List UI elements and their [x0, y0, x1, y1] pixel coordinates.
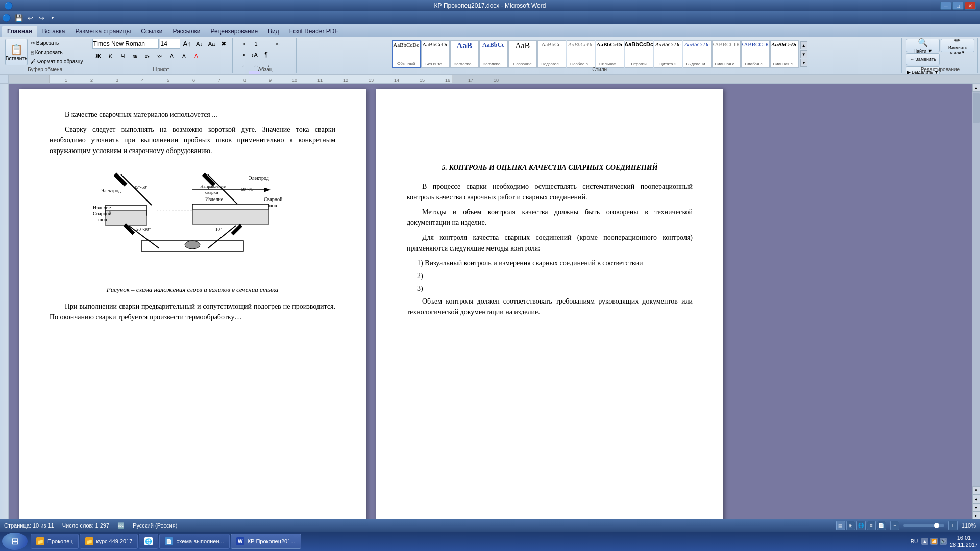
style-strong[interactable]: AaBbCcDс Сильное ...	[596, 40, 624, 68]
print-layout-button[interactable]: ▤	[836, 521, 845, 530]
format-painter-button[interactable]: 🖌 Формат по образцу	[29, 57, 85, 66]
change-case-button[interactable]: Аа	[206, 39, 217, 49]
tab-mailings[interactable]: Рассылки	[168, 26, 206, 37]
zoom-level: 110%	[962, 522, 976, 529]
style-subtle-ref[interactable]: AaBbCcDс Сильная с...	[712, 40, 741, 68]
style-title[interactable]: АаВ Название	[508, 40, 537, 68]
maximize-button[interactable]: □	[952, 2, 964, 10]
bullets-button[interactable]: ≡•	[237, 39, 248, 49]
web-layout-button[interactable]: 🌐	[856, 521, 866, 530]
quick-access-dropdown[interactable]: ▼	[47, 13, 58, 23]
show-formatting-button[interactable]: ¶	[260, 49, 272, 60]
tab-references[interactable]: Ссылки	[136, 26, 167, 37]
tab-review[interactable]: Рецензирование	[205, 26, 263, 37]
taskbar-item-prokopets[interactable]: 📁 Прокопец	[31, 534, 79, 549]
close-button[interactable]: ✕	[965, 2, 976, 10]
font-color-button[interactable]: А	[190, 51, 202, 61]
taskbar-label-kurs: курс 449 2017	[96, 538, 133, 544]
copy-button[interactable]: ⎘ Копировать	[29, 48, 85, 57]
system-clock[interactable]: 16:01 28.11.2017	[950, 534, 978, 549]
right-pages-column: 5. КОНТРОЛЬ И ОЦЕНКА КАЧЕСТВА СВАРНЫХ СО…	[376, 89, 723, 519]
tab-home[interactable]: Главная	[2, 26, 37, 37]
tray-icon-lang[interactable]: RU	[909, 538, 919, 545]
sort-button[interactable]: ↕A	[249, 49, 260, 60]
start-button[interactable]: ⊞	[2, 533, 28, 550]
text-effects-button[interactable]: A	[166, 51, 177, 61]
clear-format-button[interactable]: ✖	[218, 39, 229, 49]
decrease-indent-button[interactable]: ⇤	[272, 39, 283, 49]
style-subtitle[interactable]: AaBbCc. Подзагол...	[537, 40, 566, 68]
svg-rect-2	[453, 75, 980, 84]
tray-icon-sound[interactable]: 🔊	[940, 538, 947, 545]
select-browse-object[interactable]: ●	[972, 503, 981, 511]
style-intense-ref[interactable]: AaBbCcDс Слабая с...	[741, 40, 770, 68]
style-heading1[interactable]: AaB Заголово...	[450, 40, 479, 68]
strikethrough-button[interactable]: зк	[129, 51, 140, 61]
scroll-thumb[interactable]	[973, 93, 980, 123]
draft-view-button[interactable]: 📄	[877, 521, 886, 530]
save-quick-button[interactable]: 💾	[14, 13, 24, 23]
tray-icon-arrow[interactable]: ▲	[921, 538, 928, 545]
zoom-out-button[interactable]: −	[890, 521, 899, 530]
tray-icon-network[interactable]: 📶	[930, 538, 938, 545]
vertical-scrollbar[interactable]: ▲ ▼ ◀ ● ▶	[972, 84, 980, 519]
style-book-title[interactable]: AaBbCcDс Сильная с...	[770, 40, 799, 68]
zoom-in-button[interactable]: +	[948, 521, 958, 530]
page-10: 5. КОНТРОЛЬ И ОЦЕНКА КАЧЕСТВА СВАРНЫХ СО…	[376, 89, 723, 519]
numbering-button[interactable]: ≡1	[249, 39, 260, 49]
styles-expand[interactable]: ▾	[800, 59, 807, 67]
style-intense-emphasis[interactable]: AaBbCcDс Выделени...	[683, 40, 712, 68]
tab-view[interactable]: Вид	[263, 26, 284, 37]
style-subtle-emphasis[interactable]: AaBbCcDс Слабое в...	[567, 40, 595, 68]
cut-button[interactable]: ✂ Вырезать	[29, 39, 85, 47]
style-strict[interactable]: AaBbCcDс Строгий	[625, 40, 653, 68]
zoom-slider[interactable]	[903, 524, 944, 527]
underline-button[interactable]: Ч	[117, 51, 128, 61]
italic-button[interactable]: К	[105, 51, 116, 61]
svg-text:20°-30°: 20°-30°	[136, 227, 151, 232]
find-button[interactable]: 🔍 Найти ▼	[906, 39, 940, 52]
taskbar-item-word[interactable]: W КР Прокопец201...	[231, 534, 301, 549]
full-screen-button[interactable]: ⊞	[846, 521, 855, 530]
prev-page-button[interactable]: ◀	[972, 495, 981, 503]
minimize-button[interactable]: ─	[940, 2, 951, 10]
scroll-down-button[interactable]: ▼	[972, 486, 981, 494]
taskbar-item-schema[interactable]: 📄 схема выполнен...	[159, 534, 229, 549]
highlight-color-button[interactable]: А	[178, 51, 189, 61]
undo-button[interactable]: ↩	[25, 13, 35, 23]
style-quote2[interactable]: AaBbCcDс Цитата 2	[654, 40, 682, 68]
document-area[interactable]: В качестве сварочных материалов использу…	[9, 84, 972, 519]
svg-text:3: 3	[116, 78, 118, 83]
font-name-input[interactable]	[92, 39, 159, 49]
tab-page-layout[interactable]: Разметка страницы	[70, 26, 136, 37]
page10-text1: В процессе сварки необходимо осуществлят…	[407, 181, 693, 203]
redo-button[interactable]: ↪	[36, 13, 46, 23]
multilevel-list-button[interactable]: ≡≡	[260, 39, 272, 49]
tab-insert[interactable]: Вставка	[37, 26, 70, 37]
paste-button[interactable]: 📋 Вставить	[5, 39, 28, 65]
outline-view-button[interactable]: ≡	[867, 521, 876, 530]
replace-button[interactable]: ↔ Заменить	[906, 53, 940, 65]
scroll-up-button[interactable]: ▲	[972, 84, 981, 92]
grow-font-button[interactable]: A↑	[181, 39, 192, 49]
shrink-font-button[interactable]: A↓	[193, 39, 205, 49]
superscript-button[interactable]: х²	[154, 51, 165, 61]
page-9: В качестве сварочных материалов использу…	[19, 89, 366, 519]
ruler-corner[interactable]	[0, 74, 9, 84]
paragraph-label: Абзац	[234, 67, 296, 72]
style-heading2[interactable]: AaBbCc Заголово...	[479, 40, 508, 68]
tab-foxit[interactable]: Foxit Reader PDF	[284, 26, 344, 37]
styles-scroll-down[interactable]: ▼	[800, 50, 807, 58]
taskbar-item-kurs[interactable]: 📁 курс 449 2017	[80, 534, 138, 549]
bold-button[interactable]: Ж	[92, 51, 104, 61]
style-no-spacing[interactable]: AaBbCcDс Без инте...	[421, 40, 450, 68]
taskbar-item-chrome[interactable]: 🌐	[139, 534, 158, 549]
styles-scroll-up[interactable]: ▲	[800, 41, 807, 49]
font-size-input[interactable]	[160, 39, 180, 49]
change-styles-button[interactable]: ✏ Изменить стили▼	[941, 39, 974, 52]
style-normal[interactable]: AaBbCcDс Обычный	[392, 40, 421, 68]
increase-indent-button[interactable]: ⇥	[237, 49, 248, 60]
ribbon-tabs: Главная Вставка Разметка страницы Ссылки…	[0, 24, 980, 37]
next-page-button[interactable]: ▶	[972, 511, 981, 519]
subscript-button[interactable]: х₂	[141, 51, 153, 61]
